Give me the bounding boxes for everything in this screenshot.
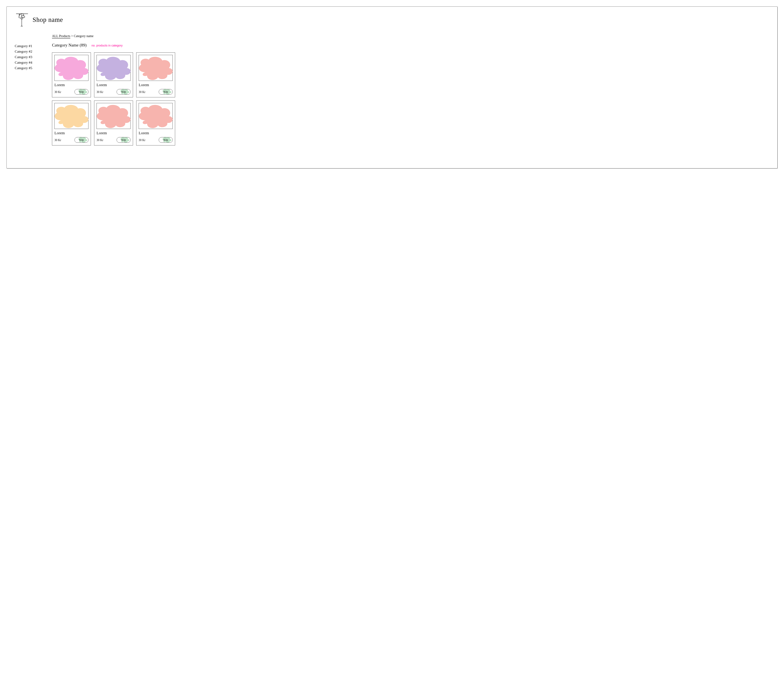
product-price: 30 Kr (54, 91, 61, 94)
buy-button[interactable]: Köp (159, 89, 173, 95)
count-annotation: no. products in category (92, 44, 123, 47)
buy-button[interactable]: Köp (74, 137, 89, 143)
product-image-placeholder (139, 55, 173, 81)
buy-button[interactable]: Köp (74, 89, 89, 95)
sidebar-item-category-4[interactable]: Category #4 (15, 61, 44, 64)
product-title: Lorem (139, 131, 173, 135)
breadcrumb-separator: > (71, 34, 73, 38)
product-grid: Lorem 30 Kr Köp Lorem 30 Kr Köp (52, 53, 769, 145)
product-price: 30 Kr (139, 138, 145, 142)
product-card[interactable]: Lorem 30 Kr Köp (94, 100, 133, 145)
sidebar-item-category-3[interactable]: Category #3 (15, 55, 44, 59)
product-title: Lorem (54, 131, 89, 135)
product-price: 30 Kr (97, 91, 103, 94)
blob-icon (135, 102, 176, 131)
product-image-placeholder (54, 103, 89, 129)
product-card[interactable]: Lorem 30 Kr Köp (52, 53, 91, 97)
breadcrumb-root[interactable]: ALL Products (52, 34, 70, 38)
blob-icon (51, 102, 92, 131)
product-card[interactable]: Lorem 30 Kr Köp (136, 53, 175, 97)
product-title: Lorem (139, 83, 173, 87)
shop-name: Shop name (33, 16, 63, 23)
category-sidebar: Category #1Category #2Category #3Categor… (15, 34, 44, 145)
product-price: 30 Kr (97, 138, 103, 142)
blob-icon (93, 53, 133, 82)
product-card[interactable]: Lorem 30 Kr Köp (94, 53, 133, 97)
sidebar-item-category-1[interactable]: Category #1 (15, 44, 44, 48)
buy-button[interactable]: Köp (117, 137, 130, 143)
product-card[interactable]: Lorem 30 Kr Köp (52, 100, 91, 145)
breadcrumb: ALL Products > Category name (52, 34, 769, 38)
product-title: Lorem (97, 131, 130, 135)
product-card[interactable]: Lorem 30 Kr Köp (136, 100, 175, 145)
main-content: ALL Products > Category name Category Na… (52, 34, 769, 145)
blob-icon (51, 53, 92, 82)
product-image-placeholder (54, 55, 89, 81)
product-image-placeholder (139, 103, 173, 129)
blob-icon (135, 53, 176, 82)
sidebar-item-category-2[interactable]: Category #2 (15, 49, 44, 54)
blob-icon (93, 102, 133, 131)
product-price: 30 Kr (54, 138, 61, 142)
buy-button[interactable]: Köp (159, 137, 173, 143)
product-price: 30 Kr (139, 91, 145, 94)
product-image-placeholder (97, 55, 130, 81)
product-count: (89) (79, 43, 87, 48)
product-title: Lorem (97, 83, 130, 87)
sidebar-item-category-5[interactable]: Category #5 (15, 66, 44, 70)
buy-button[interactable]: Köp (117, 89, 130, 95)
logo-icon (15, 12, 29, 28)
product-title: Lorem (54, 83, 89, 87)
product-image-placeholder (97, 103, 130, 129)
breadcrumb-current: Category name (74, 34, 94, 38)
page-title: Category Name (89) (52, 43, 87, 48)
header: Shop name (15, 12, 769, 28)
